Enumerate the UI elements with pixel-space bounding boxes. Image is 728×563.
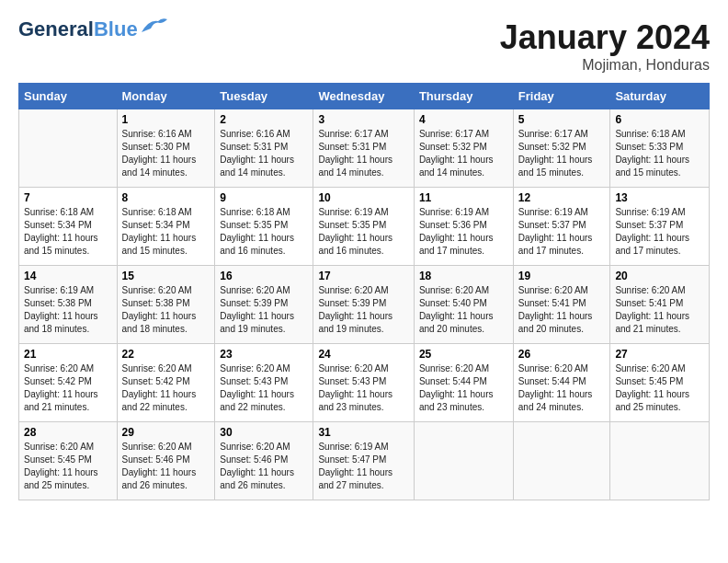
calendar-cell: 20Sunrise: 6:20 AMSunset: 5:41 PMDayligh… xyxy=(610,266,710,344)
calendar-cell: 22Sunrise: 6:20 AMSunset: 5:42 PMDayligh… xyxy=(117,344,215,422)
header-wednesday: Wednesday xyxy=(313,84,414,109)
day-number: 7 xyxy=(24,191,112,204)
day-info: Sunrise: 6:19 AMSunset: 5:36 PMDaylight:… xyxy=(419,206,508,258)
day-number: 2 xyxy=(220,113,308,126)
calendar-cell: 4Sunrise: 6:17 AMSunset: 5:32 PMDaylight… xyxy=(414,109,513,188)
day-info: Sunrise: 6:20 AMSunset: 5:43 PMDaylight:… xyxy=(318,362,408,414)
day-number: 12 xyxy=(518,191,606,204)
day-info: Sunrise: 6:20 AMSunset: 5:38 PMDaylight:… xyxy=(122,284,210,336)
day-info: Sunrise: 6:17 AMSunset: 5:32 PMDaylight:… xyxy=(419,128,508,179)
day-number: 11 xyxy=(419,191,508,204)
calendar-cell xyxy=(414,422,513,500)
day-number: 13 xyxy=(615,191,704,204)
calendar-cell: 13Sunrise: 6:19 AMSunset: 5:37 PMDayligh… xyxy=(610,188,710,266)
day-info: Sunrise: 6:20 AMSunset: 5:41 PMDaylight:… xyxy=(615,284,704,336)
day-info: Sunrise: 6:18 AMSunset: 5:35 PMDaylight:… xyxy=(220,206,308,258)
calendar-cell xyxy=(513,422,610,500)
logo-blue: Blue xyxy=(94,17,138,40)
day-number: 9 xyxy=(220,191,308,204)
calendar-cell: 12Sunrise: 6:19 AMSunset: 5:37 PMDayligh… xyxy=(513,188,610,266)
logo: GeneralBlue xyxy=(18,18,167,40)
day-number: 30 xyxy=(220,426,308,439)
day-number: 1 xyxy=(122,113,210,126)
day-info: Sunrise: 6:19 AMSunset: 5:35 PMDaylight:… xyxy=(318,206,408,258)
day-number: 5 xyxy=(518,113,606,126)
day-info: Sunrise: 6:20 AMSunset: 5:42 PMDaylight:… xyxy=(122,362,210,414)
day-info: Sunrise: 6:18 AMSunset: 5:34 PMDaylight:… xyxy=(122,206,210,258)
calendar-cell: 29Sunrise: 6:20 AMSunset: 5:46 PMDayligh… xyxy=(117,422,215,500)
calendar-cell: 21Sunrise: 6:20 AMSunset: 5:42 PMDayligh… xyxy=(19,344,118,422)
header-thursday: Thursday xyxy=(414,84,513,109)
month-title: January 2024 xyxy=(500,18,710,57)
day-number: 24 xyxy=(318,348,408,361)
calendar-cell: 25Sunrise: 6:20 AMSunset: 5:44 PMDayligh… xyxy=(414,344,513,422)
calendar-cell: 8Sunrise: 6:18 AMSunset: 5:34 PMDaylight… xyxy=(117,188,215,266)
day-info: Sunrise: 6:19 AMSunset: 5:37 PMDaylight:… xyxy=(518,206,606,258)
calendar-cell: 19Sunrise: 6:20 AMSunset: 5:41 PMDayligh… xyxy=(513,266,610,344)
calendar-cell: 27Sunrise: 6:20 AMSunset: 5:45 PMDayligh… xyxy=(610,344,710,422)
day-number: 27 xyxy=(615,348,704,361)
calendar-cell: 1Sunrise: 6:16 AMSunset: 5:30 PMDaylight… xyxy=(117,109,215,188)
day-number: 14 xyxy=(24,270,112,282)
calendar-cell: 28Sunrise: 6:20 AMSunset: 5:45 PMDayligh… xyxy=(19,422,118,500)
header-tuesday: Tuesday xyxy=(215,84,313,109)
calendar-cell: 10Sunrise: 6:19 AMSunset: 5:35 PMDayligh… xyxy=(313,188,414,266)
calendar-cell: 9Sunrise: 6:18 AMSunset: 5:35 PMDaylight… xyxy=(215,188,313,266)
day-info: Sunrise: 6:16 AMSunset: 5:31 PMDaylight:… xyxy=(220,128,308,179)
day-info: Sunrise: 6:18 AMSunset: 5:33 PMDaylight:… xyxy=(615,128,704,179)
day-info: Sunrise: 6:20 AMSunset: 5:45 PMDaylight:… xyxy=(24,441,112,492)
day-info: Sunrise: 6:16 AMSunset: 5:30 PMDaylight:… xyxy=(122,128,210,179)
day-number: 31 xyxy=(318,426,408,439)
calendar-cell xyxy=(610,422,710,500)
calendar-week-row: 7Sunrise: 6:18 AMSunset: 5:34 PMDaylight… xyxy=(19,188,710,266)
calendar-header-row: SundayMondayTuesdayWednesdayThursdayFrid… xyxy=(19,84,710,109)
day-number: 21 xyxy=(24,348,112,361)
calendar-week-row: 28Sunrise: 6:20 AMSunset: 5:45 PMDayligh… xyxy=(19,422,710,500)
calendar-table: SundayMondayTuesdayWednesdayThursdayFrid… xyxy=(18,83,710,500)
day-number: 6 xyxy=(615,113,704,126)
day-info: Sunrise: 6:18 AMSunset: 5:34 PMDaylight:… xyxy=(24,206,112,258)
day-number: 28 xyxy=(24,426,112,439)
calendar-cell: 26Sunrise: 6:20 AMSunset: 5:44 PMDayligh… xyxy=(513,344,610,422)
day-info: Sunrise: 6:20 AMSunset: 5:40 PMDaylight:… xyxy=(419,284,508,336)
day-number: 20 xyxy=(615,270,704,282)
day-number: 18 xyxy=(419,270,508,282)
day-info: Sunrise: 6:19 AMSunset: 5:38 PMDaylight:… xyxy=(24,284,112,336)
day-number: 4 xyxy=(419,113,508,126)
calendar-week-row: 1Sunrise: 6:16 AMSunset: 5:30 PMDaylight… xyxy=(19,109,710,188)
calendar-cell: 2Sunrise: 6:16 AMSunset: 5:31 PMDaylight… xyxy=(215,109,313,188)
day-number: 23 xyxy=(220,348,308,361)
calendar-cell: 30Sunrise: 6:20 AMSunset: 5:46 PMDayligh… xyxy=(215,422,313,500)
day-info: Sunrise: 6:17 AMSunset: 5:32 PMDaylight:… xyxy=(518,128,606,179)
header-saturday: Saturday xyxy=(610,84,710,109)
day-info: Sunrise: 6:20 AMSunset: 5:46 PMDaylight:… xyxy=(220,441,308,492)
day-number: 29 xyxy=(122,426,210,439)
calendar-cell: 16Sunrise: 6:20 AMSunset: 5:39 PMDayligh… xyxy=(215,266,313,344)
calendar-cell: 15Sunrise: 6:20 AMSunset: 5:38 PMDayligh… xyxy=(117,266,215,344)
day-info: Sunrise: 6:20 AMSunset: 5:42 PMDaylight:… xyxy=(24,362,112,414)
day-number: 15 xyxy=(122,270,210,282)
calendar-cell: 18Sunrise: 6:20 AMSunset: 5:40 PMDayligh… xyxy=(414,266,513,344)
day-number: 8 xyxy=(122,191,210,204)
day-number: 16 xyxy=(220,270,308,282)
day-info: Sunrise: 6:20 AMSunset: 5:46 PMDaylight:… xyxy=(122,441,210,492)
calendar-cell: 17Sunrise: 6:20 AMSunset: 5:39 PMDayligh… xyxy=(313,266,414,344)
calendar-cell xyxy=(19,109,118,188)
day-number: 10 xyxy=(318,191,408,204)
day-number: 22 xyxy=(122,348,210,361)
header-sunday: Sunday xyxy=(19,84,118,109)
calendar-cell: 31Sunrise: 6:19 AMSunset: 5:47 PMDayligh… xyxy=(313,422,414,500)
location-subtitle: Mojiman, Honduras xyxy=(500,57,710,74)
day-info: Sunrise: 6:20 AMSunset: 5:39 PMDaylight:… xyxy=(318,284,408,336)
day-number: 26 xyxy=(518,348,606,361)
header-monday: Monday xyxy=(117,84,215,109)
day-info: Sunrise: 6:19 AMSunset: 5:37 PMDaylight:… xyxy=(615,206,704,258)
day-info: Sunrise: 6:20 AMSunset: 5:45 PMDaylight:… xyxy=(615,362,704,414)
calendar-week-row: 21Sunrise: 6:20 AMSunset: 5:42 PMDayligh… xyxy=(19,344,710,422)
day-number: 25 xyxy=(419,348,508,361)
day-info: Sunrise: 6:19 AMSunset: 5:47 PMDaylight:… xyxy=(318,441,408,492)
day-number: 17 xyxy=(318,270,408,282)
logo-general: General xyxy=(18,17,94,40)
day-info: Sunrise: 6:20 AMSunset: 5:44 PMDaylight:… xyxy=(419,362,508,414)
logo-bird-icon xyxy=(142,16,167,36)
